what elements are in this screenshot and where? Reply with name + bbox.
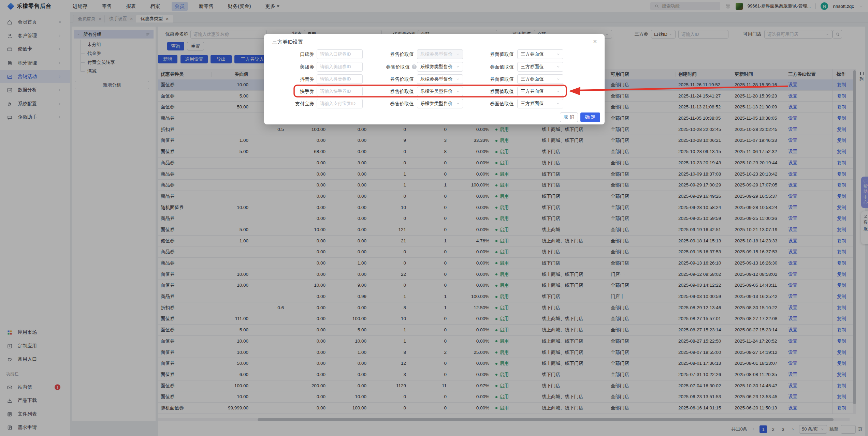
- modal-id-input-1[interactable]: 请输入口碑券ID: [317, 49, 363, 59]
- modal-id-placeholder: 请输入口碑券ID: [320, 51, 351, 57]
- face-value-value: 三方券面值: [521, 76, 544, 82]
- chevron-down-icon: [556, 102, 560, 106]
- modal-cancel-button[interactable]: 取 消: [560, 112, 578, 122]
- face-value-value: 三方券面值: [521, 101, 544, 107]
- face-value-value: 三方券面值: [521, 64, 544, 70]
- chevron-down-icon: [556, 65, 560, 69]
- modal-ok-button[interactable]: 确 定: [580, 112, 600, 122]
- face-value-label: 券面值取值: [466, 87, 514, 96]
- chevron-down-icon: [456, 102, 460, 106]
- face-value-label: 券面值取值: [466, 99, 514, 108]
- modal-id-placeholder: 请输入支付宝券ID: [320, 101, 356, 107]
- price-source-value: 乐檬券类型售价: [420, 64, 453, 70]
- price-source-select-5[interactable]: 乐檬券类型售价: [417, 99, 463, 108]
- face-value-value: 三方券面值: [521, 51, 544, 57]
- price-source-label: 券售价取值: [366, 99, 414, 108]
- app-root: 乐檬零售后台进销存零售报表档案会员新零售财务(资金)更多搜索功能99661-新界…: [0, 0, 868, 436]
- price-source-select-4[interactable]: 乐檬券类型售价: [417, 87, 463, 96]
- price-source-select-3[interactable]: 乐檬券类型售价: [417, 74, 463, 84]
- price-source-label: 券售价取值: [366, 87, 414, 96]
- third-party-id-modal: 三方券ID设置✕口碑券请输入口碑券ID券售价取值乐檬券类型售价券面值取值三方券面…: [264, 34, 605, 124]
- modal-id-input-5[interactable]: 请输入支付宝券ID: [317, 99, 363, 108]
- modal-row-label: 美团券: [271, 62, 314, 72]
- price-source-select-1[interactable]: 乐檬券类型售价: [417, 49, 463, 59]
- modal-id-placeholder: 请输入美团券ID: [320, 64, 351, 70]
- chevron-down-icon: [456, 65, 460, 69]
- chevron-down-icon: [556, 77, 560, 81]
- modal-id-input-4[interactable]: 请输入快手券ID: [317, 87, 363, 96]
- face-value-label: 券面值取值: [466, 49, 514, 59]
- face-value-label: 券面值取值: [466, 74, 514, 84]
- chevron-down-icon: [556, 52, 560, 56]
- chevron-down-icon: [556, 89, 560, 93]
- face-value-select-3[interactable]: 三方券面值: [517, 74, 563, 84]
- modal-close-icon[interactable]: ✕: [593, 39, 597, 45]
- modal-row-label: 快手券: [271, 87, 314, 96]
- face-value-select-2[interactable]: 三方券面值: [517, 62, 563, 72]
- face-value-select-1[interactable]: 三方券面值: [517, 49, 563, 59]
- face-value-select-5[interactable]: 三方券面值: [517, 99, 563, 108]
- modal-title: 三方券ID设置: [272, 39, 303, 45]
- modal-id-input-2[interactable]: 请输入美团券ID: [317, 62, 363, 72]
- price-source-label: 券售价取值: [366, 62, 410, 72]
- modal-id-placeholder: 请输入抖音券ID: [320, 76, 351, 82]
- face-value-value: 三方券面值: [521, 88, 544, 94]
- price-source-value: 乐檬券类型售价: [420, 101, 453, 107]
- price-source-label: 券售价取值: [366, 49, 414, 59]
- modal-row-label: 口碑券: [271, 49, 314, 59]
- modal-row-label: 抖音券: [271, 74, 314, 84]
- face-value-select-4[interactable]: 三方券面值: [517, 87, 563, 96]
- modal-id-input-3[interactable]: 请输入抖音券ID: [317, 74, 363, 84]
- chevron-down-icon: [456, 52, 460, 56]
- face-value-label: 券面值取值: [466, 62, 514, 72]
- modal-id-placeholder: 请输入快手券ID: [320, 88, 351, 94]
- price-source-select-2[interactable]: 乐檬券类型售价: [417, 62, 463, 72]
- modal-row-label: 支付宝券: [271, 99, 314, 108]
- price-source-value: 乐檬券类型售价: [420, 51, 453, 57]
- chevron-down-icon: [456, 77, 460, 81]
- chevron-down-icon: [456, 89, 460, 93]
- price-source-value: 乐檬券类型售价: [420, 76, 453, 82]
- price-source-label: 券售价取值: [366, 74, 414, 84]
- help-question-icon[interactable]: ?: [412, 64, 417, 69]
- price-source-value: 乐檬券类型售价: [420, 88, 453, 94]
